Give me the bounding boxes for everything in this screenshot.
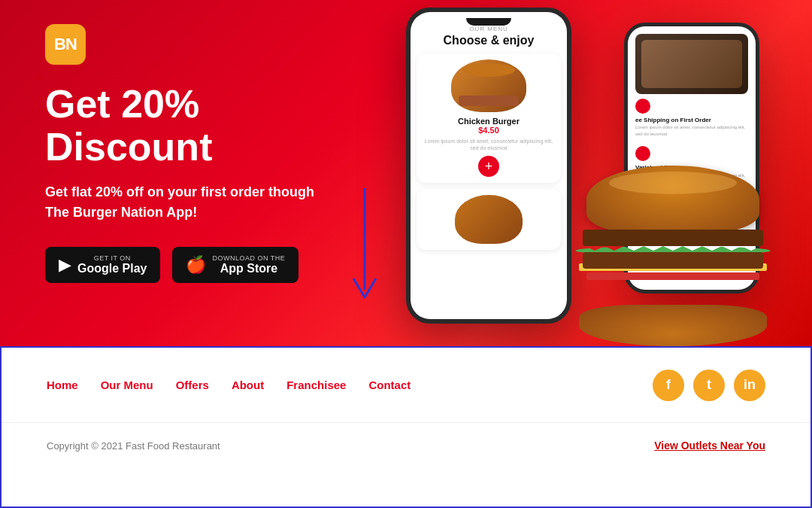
phone-main: OUR MENU Choose & enjoy Chicken Burger $… [406,8,571,324]
google-play-icon: ▶ [59,255,71,275]
copyright-bar: Copyright © 2021 Fast Food Restaurant Vi… [2,423,810,468]
big-burger-visual [571,166,782,346]
feature-icon-1 [635,99,650,114]
item-desc: Lorem ipsum dolor sit amet, consectetur … [423,138,555,151]
footer-nav: Home Our Menu Offers About Franchisee Co… [2,348,810,423]
phone-notch [466,18,511,26]
menu-title: Choose & enjoy [417,34,561,47]
app-store-text: Download on the App Store [212,254,285,275]
hero-subtitle: Get flat 20% off on your first order tho… [45,182,361,223]
facebook-icon-button[interactable]: f [653,370,684,401]
nav-our-menu[interactable]: Our Menu [101,379,153,391]
hero-section: BN Get 20% Discount Get flat 20% off on … [0,0,812,346]
nav-contact[interactable]: Contact [368,379,411,391]
add-to-cart-button[interactable]: + [478,156,499,177]
google-play-text: GET IT ON Google Play [77,254,147,275]
plus-icon: + [485,159,493,175]
feature-icon-2 [635,146,650,161]
burger-illustration [571,166,782,346]
twitter-icon: t [707,377,711,393]
instagram-icon-button[interactable]: in [734,370,765,401]
feature-desc-1: Lorem ipsum dolor sit amet, consectetur … [635,124,748,137]
item-price: $4.50 [423,126,555,135]
burger-image-2 [455,195,523,244]
nav-offers[interactable]: Offers [176,379,209,391]
phone-mockup-area: OUR MENU Choose & enjoy Chicken Burger $… [361,0,767,339]
google-play-button[interactable]: ▶ GET IT ON Google Play [45,247,160,283]
apple-icon: 🍎 [186,255,206,275]
feature-title-1: ee Shipping on First Order [635,117,748,124]
nav-links: Home Our Menu Offers About Franchisee Co… [47,379,653,391]
patty-1 [583,230,763,246]
patty-2 [583,252,763,269]
app-store-label-top: Download on the [212,254,285,262]
hero-title: Get 20% Discount [45,83,361,169]
view-outlets-link[interactable]: View Outlets Near You [654,440,765,452]
down-arrow [346,188,383,312]
phone-screen: OUR MENU Choose & enjoy Chicken Burger $… [411,12,567,319]
facebook-icon: f [666,377,671,393]
phone-burger-card: Chicken Burger $4.50 Lorem ipsum dolor s… [417,53,561,183]
menu-label: OUR MENU [417,26,561,32]
food-image-1 [635,34,748,94]
burger-image [451,59,526,112]
hero-content: Get 20% Discount Get flat 20% off on you… [45,83,361,283]
app-buttons: ▶ GET IT ON Google Play 🍎 Download on th… [45,247,361,283]
nav-home[interactable]: Home [47,379,78,391]
copyright-text: Copyright © 2021 Fast Food Restaurant [47,440,220,452]
brand-logo: BN [45,24,86,65]
google-play-label-top: GET IT ON [77,254,147,262]
nav-franchisee[interactable]: Franchisee [286,379,346,391]
feature-1: ee Shipping on First Order Lorem ipsum d… [635,34,748,137]
app-store-button[interactable]: 🍎 Download on the App Store [172,247,298,283]
item-name: Chicken Burger [423,117,555,126]
social-icons: f t in [653,370,765,401]
nav-about[interactable]: About [232,379,264,391]
bun-bottom [579,305,767,346]
footer-section: Home Our Menu Offers About Franchisee Co… [0,346,812,508]
google-play-label-main: Google Play [77,262,147,275]
phone-burger-card-2 [417,189,561,250]
twitter-icon-button[interactable]: t [693,370,725,401]
instagram-icon: in [744,377,756,393]
tomato [586,272,759,280]
logo-text: BN [54,35,77,54]
app-store-label-main: App Store [212,262,285,275]
bun-top [586,166,759,233]
